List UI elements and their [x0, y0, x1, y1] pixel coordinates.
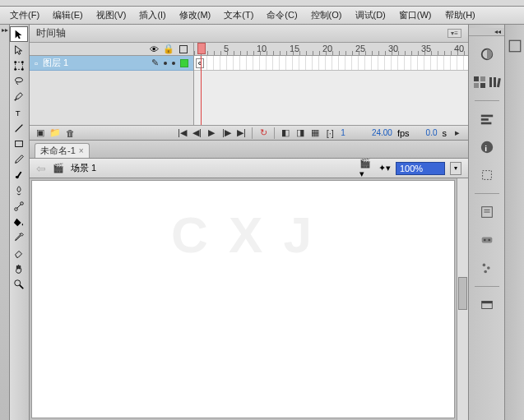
timeline-collapse-icon[interactable]: ▾≡: [447, 29, 461, 38]
layer-lock-dot[interactable]: [172, 62, 175, 65]
toolbox: T: [10, 25, 30, 420]
selection-tool[interactable]: [10, 26, 28, 42]
free-transform-tool[interactable]: [10, 58, 28, 73]
edit-symbols-icon[interactable]: ✦▾: [378, 162, 391, 175]
frames-ruler[interactable]: 1 5 10 15 20 25 30 35 40: [194, 43, 468, 56]
svg-rect-18: [480, 83, 485, 88]
back-icon[interactable]: ⇦: [36, 162, 46, 175]
loop-icon[interactable]: ↻: [257, 127, 269, 139]
rectangle-tool[interactable]: [10, 136, 28, 151]
svg-rect-24: [480, 122, 491, 125]
transform-panel-icon[interactable]: [475, 165, 498, 185]
svg-rect-19: [489, 77, 492, 87]
components-panel-icon[interactable]: [475, 230, 498, 250]
svg-line-11: [16, 204, 21, 208]
eraser-tool[interactable]: [10, 245, 28, 261]
stage[interactable]: C X J: [31, 180, 455, 418]
menu-modify[interactable]: 修改(M): [173, 7, 218, 24]
pencil-tool[interactable]: [10, 151, 28, 167]
menu-edit[interactable]: 编辑(E): [46, 7, 90, 24]
code-snippets-icon[interactable]: [475, 202, 498, 222]
align-panel-icon[interactable]: [475, 109, 498, 129]
play-icon[interactable]: ▶: [206, 127, 217, 139]
info-panel-icon[interactable]: i: [475, 137, 498, 157]
delete-layer-icon[interactable]: 🗑: [64, 127, 76, 139]
next-frame-icon[interactable]: |▶: [220, 127, 232, 139]
zoom-tool[interactable]: [10, 276, 28, 292]
menu-insert[interactable]: 插入(I): [132, 7, 172, 24]
tab-document[interactable]: 未命名-1 ×: [35, 143, 90, 158]
menu-file[interactable]: 文件(F): [3, 7, 46, 24]
svg-point-4: [21, 68, 24, 71]
menu-commands[interactable]: 命令(C): [260, 7, 304, 24]
document-tabs: 未命名-1 ×: [30, 141, 468, 159]
svg-point-36: [484, 270, 487, 274]
line-tool[interactable]: [10, 120, 28, 136]
first-frame-icon[interactable]: |◀: [176, 127, 188, 139]
color-panel-icon[interactable]: [475, 44, 498, 64]
scroll-right-icon[interactable]: ▸: [452, 127, 463, 139]
svg-line-13: [20, 284, 23, 288]
layer-row[interactable]: ▫ 图层 1 ✎: [30, 56, 193, 71]
pen-tool[interactable]: [10, 89, 28, 104]
tab-close-icon[interactable]: ×: [79, 146, 84, 155]
right-collapse-icon[interactable]: ◂◂: [469, 28, 504, 36]
scene-name[interactable]: 场景 1: [71, 162, 96, 174]
swatches-panel-icon[interactable]: [473, 72, 486, 92]
zoom-field[interactable]: 100%: [396, 162, 445, 175]
lock-icon[interactable]: 🔒: [164, 44, 174, 54]
svg-rect-15: [474, 76, 479, 81]
layer-outline-color[interactable]: [180, 59, 188, 67]
layer-visible-dot[interactable]: [164, 62, 167, 65]
menu-debug[interactable]: 调试(D): [349, 7, 392, 24]
svg-rect-8: [16, 141, 23, 146]
menu-window[interactable]: 窗口(W): [392, 7, 438, 24]
deco-tool[interactable]: [10, 182, 28, 198]
subselection-tool[interactable]: [10, 42, 28, 58]
brush-tool[interactable]: [10, 167, 28, 182]
left-collapse[interactable]: ▸▸: [0, 25, 10, 420]
outline-icon[interactable]: [179, 44, 188, 54]
bone-tool[interactable]: [10, 198, 28, 214]
svg-point-35: [487, 266, 490, 270]
lasso-tool[interactable]: [10, 73, 28, 89]
menu-help[interactable]: 帮助(H): [438, 7, 482, 24]
paint-bucket-tool[interactable]: [10, 214, 28, 229]
edit-scene-icon[interactable]: 🎬▾: [359, 162, 373, 175]
onion-markers-icon[interactable]: [·]: [324, 127, 336, 139]
menu-control[interactable]: 控制(O): [304, 7, 349, 24]
zoom-dropdown-icon[interactable]: ▾: [450, 162, 461, 175]
fps-value: 24.00: [372, 128, 392, 137]
text-tool[interactable]: T: [10, 104, 28, 120]
last-frame-icon[interactable]: ▶|: [235, 127, 247, 139]
menu-text[interactable]: 文本(T): [217, 7, 260, 24]
visibility-icon[interactable]: 👁: [149, 44, 159, 54]
layer-name[interactable]: 图层 1: [43, 57, 146, 69]
onion-skin-icon[interactable]: ◧: [280, 127, 291, 139]
edit-multiple-icon[interactable]: ▦: [309, 127, 321, 139]
frames-row[interactable]: [194, 56, 468, 71]
fps-label: fps: [397, 128, 410, 138]
motion-presets-icon[interactable]: [475, 258, 498, 278]
svg-text:T: T: [16, 108, 21, 118]
library-panel-icon[interactable]: [488, 72, 501, 92]
new-layer-icon[interactable]: ▣: [35, 127, 46, 139]
svg-rect-31: [481, 237, 492, 242]
vertical-scrollbar[interactable]: [457, 178, 468, 420]
playhead-icon[interactable]: [197, 43, 206, 54]
svg-rect-17: [474, 83, 479, 88]
hand-tool[interactable]: [10, 261, 28, 276]
scene-clap-icon: 🎬: [53, 163, 64, 173]
eyedropper-tool[interactable]: [10, 229, 28, 245]
project-panel-icon[interactable]: [475, 295, 498, 315]
menu-bar: 文件(F) 编辑(E) 视图(V) 插入(I) 修改(M) 文本(T) 命令(C…: [0, 7, 524, 25]
layer-page-icon: ▫: [35, 58, 38, 68]
new-folder-icon[interactable]: 📁: [49, 127, 61, 139]
svg-rect-23: [480, 118, 488, 121]
svg-point-12: [15, 279, 21, 285]
properties-panel-icon[interactable]: [507, 38, 523, 54]
svg-rect-16: [480, 76, 485, 81]
menu-view[interactable]: 视图(V): [90, 7, 133, 24]
onion-outline-icon[interactable]: ◨: [294, 127, 306, 139]
prev-frame-icon[interactable]: ◀|: [191, 127, 202, 139]
